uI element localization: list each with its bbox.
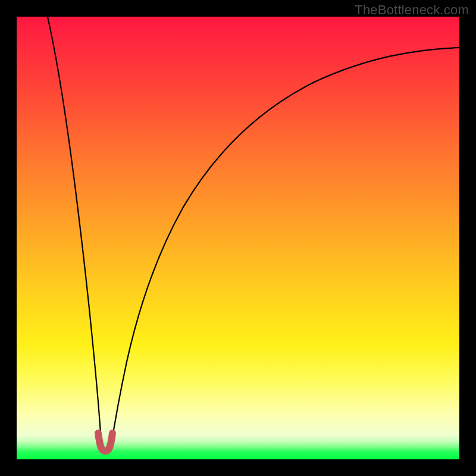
chart-frame: TheBottleneck.com (0, 0, 476, 476)
curve-left-branch (48, 17, 102, 449)
curve-right-branch (111, 48, 459, 449)
valley-marker (98, 433, 112, 451)
curves-layer (17, 17, 459, 459)
plot-area (17, 17, 459, 459)
watermark-text: TheBottleneck.com (355, 2, 469, 18)
